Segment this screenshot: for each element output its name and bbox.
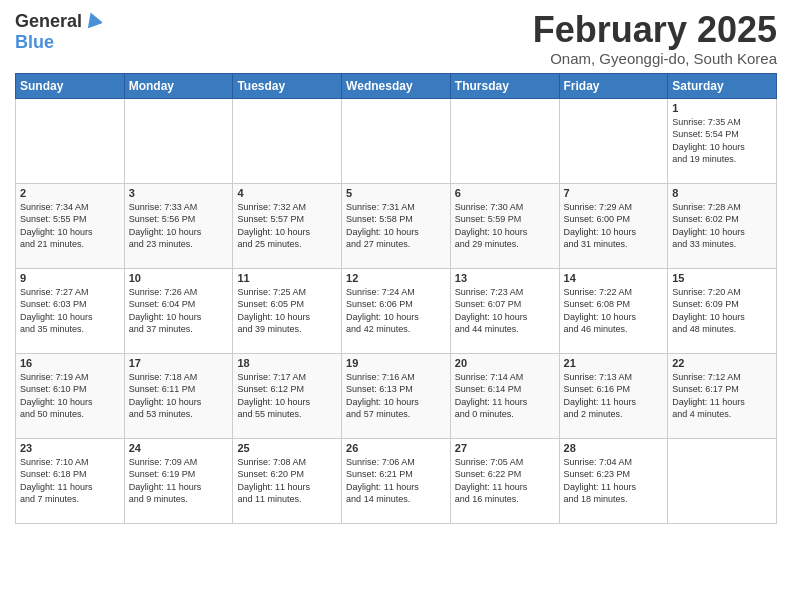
svg-marker-0 xyxy=(84,10,102,28)
logo-triangle-icon xyxy=(84,10,102,32)
day-info: Sunrise: 7:18 AM Sunset: 6:11 PM Dayligh… xyxy=(129,371,229,421)
day-number: 13 xyxy=(455,272,555,284)
weekday-header-row: SundayMondayTuesdayWednesdayThursdayFrid… xyxy=(16,73,777,98)
calendar-cell: 13Sunrise: 7:23 AM Sunset: 6:07 PM Dayli… xyxy=(450,268,559,353)
title-area: February 2025 Onam, Gyeonggi-do, South K… xyxy=(533,10,777,67)
week-row-2: 2Sunrise: 7:34 AM Sunset: 5:55 PM Daylig… xyxy=(16,183,777,268)
day-number: 11 xyxy=(237,272,337,284)
calendar-table: SundayMondayTuesdayWednesdayThursdayFrid… xyxy=(15,73,777,524)
weekday-header-monday: Monday xyxy=(124,73,233,98)
weekday-header-sunday: Sunday xyxy=(16,73,125,98)
day-number: 4 xyxy=(237,187,337,199)
weekday-header-thursday: Thursday xyxy=(450,73,559,98)
day-info: Sunrise: 7:29 AM Sunset: 6:00 PM Dayligh… xyxy=(564,201,664,251)
day-info: Sunrise: 7:27 AM Sunset: 6:03 PM Dayligh… xyxy=(20,286,120,336)
calendar-cell xyxy=(559,98,668,183)
calendar-cell: 25Sunrise: 7:08 AM Sunset: 6:20 PM Dayli… xyxy=(233,438,342,523)
calendar-cell: 6Sunrise: 7:30 AM Sunset: 5:59 PM Daylig… xyxy=(450,183,559,268)
day-number: 1 xyxy=(672,102,772,114)
calendar-cell: 12Sunrise: 7:24 AM Sunset: 6:06 PM Dayli… xyxy=(342,268,451,353)
calendar-cell: 18Sunrise: 7:17 AM Sunset: 6:12 PM Dayli… xyxy=(233,353,342,438)
calendar-cell: 8Sunrise: 7:28 AM Sunset: 6:02 PM Daylig… xyxy=(668,183,777,268)
month-title: February 2025 xyxy=(533,10,777,50)
day-number: 7 xyxy=(564,187,664,199)
calendar-cell xyxy=(124,98,233,183)
weekday-header-friday: Friday xyxy=(559,73,668,98)
day-info: Sunrise: 7:12 AM Sunset: 6:17 PM Dayligh… xyxy=(672,371,772,421)
day-number: 20 xyxy=(455,357,555,369)
day-number: 15 xyxy=(672,272,772,284)
day-number: 10 xyxy=(129,272,229,284)
day-number: 28 xyxy=(564,442,664,454)
calendar-cell: 17Sunrise: 7:18 AM Sunset: 6:11 PM Dayli… xyxy=(124,353,233,438)
calendar-cell: 7Sunrise: 7:29 AM Sunset: 6:00 PM Daylig… xyxy=(559,183,668,268)
day-info: Sunrise: 7:23 AM Sunset: 6:07 PM Dayligh… xyxy=(455,286,555,336)
weekday-header-tuesday: Tuesday xyxy=(233,73,342,98)
calendar-cell: 23Sunrise: 7:10 AM Sunset: 6:18 PM Dayli… xyxy=(16,438,125,523)
week-row-3: 9Sunrise: 7:27 AM Sunset: 6:03 PM Daylig… xyxy=(16,268,777,353)
calendar-cell: 22Sunrise: 7:12 AM Sunset: 6:17 PM Dayli… xyxy=(668,353,777,438)
day-number: 12 xyxy=(346,272,446,284)
day-info: Sunrise: 7:13 AM Sunset: 6:16 PM Dayligh… xyxy=(564,371,664,421)
day-number: 8 xyxy=(672,187,772,199)
calendar-body: 1Sunrise: 7:35 AM Sunset: 5:54 PM Daylig… xyxy=(16,98,777,523)
day-number: 17 xyxy=(129,357,229,369)
day-info: Sunrise: 7:17 AM Sunset: 6:12 PM Dayligh… xyxy=(237,371,337,421)
day-info: Sunrise: 7:20 AM Sunset: 6:09 PM Dayligh… xyxy=(672,286,772,336)
calendar-cell: 1Sunrise: 7:35 AM Sunset: 5:54 PM Daylig… xyxy=(668,98,777,183)
day-number: 26 xyxy=(346,442,446,454)
day-number: 9 xyxy=(20,272,120,284)
day-number: 2 xyxy=(20,187,120,199)
day-number: 3 xyxy=(129,187,229,199)
calendar-cell: 2Sunrise: 7:34 AM Sunset: 5:55 PM Daylig… xyxy=(16,183,125,268)
day-number: 22 xyxy=(672,357,772,369)
calendar-cell: 20Sunrise: 7:14 AM Sunset: 6:14 PM Dayli… xyxy=(450,353,559,438)
calendar-cell xyxy=(668,438,777,523)
calendar-cell: 27Sunrise: 7:05 AM Sunset: 6:22 PM Dayli… xyxy=(450,438,559,523)
calendar-cell: 14Sunrise: 7:22 AM Sunset: 6:08 PM Dayli… xyxy=(559,268,668,353)
calendar-cell: 3Sunrise: 7:33 AM Sunset: 5:56 PM Daylig… xyxy=(124,183,233,268)
calendar-cell: 4Sunrise: 7:32 AM Sunset: 5:57 PM Daylig… xyxy=(233,183,342,268)
day-number: 21 xyxy=(564,357,664,369)
day-number: 16 xyxy=(20,357,120,369)
day-info: Sunrise: 7:19 AM Sunset: 6:10 PM Dayligh… xyxy=(20,371,120,421)
day-number: 23 xyxy=(20,442,120,454)
calendar-cell xyxy=(342,98,451,183)
day-info: Sunrise: 7:05 AM Sunset: 6:22 PM Dayligh… xyxy=(455,456,555,506)
weekday-header-wednesday: Wednesday xyxy=(342,73,451,98)
week-row-1: 1Sunrise: 7:35 AM Sunset: 5:54 PM Daylig… xyxy=(16,98,777,183)
logo-blue-text: Blue xyxy=(15,32,54,52)
day-number: 27 xyxy=(455,442,555,454)
day-info: Sunrise: 7:24 AM Sunset: 6:06 PM Dayligh… xyxy=(346,286,446,336)
calendar-cell xyxy=(233,98,342,183)
calendar-cell: 15Sunrise: 7:20 AM Sunset: 6:09 PM Dayli… xyxy=(668,268,777,353)
day-number: 14 xyxy=(564,272,664,284)
calendar-cell: 9Sunrise: 7:27 AM Sunset: 6:03 PM Daylig… xyxy=(16,268,125,353)
calendar-cell: 5Sunrise: 7:31 AM Sunset: 5:58 PM Daylig… xyxy=(342,183,451,268)
day-info: Sunrise: 7:06 AM Sunset: 6:21 PM Dayligh… xyxy=(346,456,446,506)
day-info: Sunrise: 7:31 AM Sunset: 5:58 PM Dayligh… xyxy=(346,201,446,251)
calendar-cell: 26Sunrise: 7:06 AM Sunset: 6:21 PM Dayli… xyxy=(342,438,451,523)
calendar-cell: 16Sunrise: 7:19 AM Sunset: 6:10 PM Dayli… xyxy=(16,353,125,438)
weekday-header-saturday: Saturday xyxy=(668,73,777,98)
day-number: 6 xyxy=(455,187,555,199)
day-info: Sunrise: 7:22 AM Sunset: 6:08 PM Dayligh… xyxy=(564,286,664,336)
week-row-5: 23Sunrise: 7:10 AM Sunset: 6:18 PM Dayli… xyxy=(16,438,777,523)
calendar-cell: 21Sunrise: 7:13 AM Sunset: 6:16 PM Dayli… xyxy=(559,353,668,438)
logo: General Blue xyxy=(15,10,102,53)
day-info: Sunrise: 7:34 AM Sunset: 5:55 PM Dayligh… xyxy=(20,201,120,251)
calendar-cell: 19Sunrise: 7:16 AM Sunset: 6:13 PM Dayli… xyxy=(342,353,451,438)
day-number: 24 xyxy=(129,442,229,454)
calendar-cell xyxy=(450,98,559,183)
calendar-cell: 10Sunrise: 7:26 AM Sunset: 6:04 PM Dayli… xyxy=(124,268,233,353)
day-info: Sunrise: 7:28 AM Sunset: 6:02 PM Dayligh… xyxy=(672,201,772,251)
day-info: Sunrise: 7:10 AM Sunset: 6:18 PM Dayligh… xyxy=(20,456,120,506)
page-header: General Blue February 2025 Onam, Gyeongg… xyxy=(15,10,777,67)
day-info: Sunrise: 7:16 AM Sunset: 6:13 PM Dayligh… xyxy=(346,371,446,421)
day-number: 25 xyxy=(237,442,337,454)
day-number: 5 xyxy=(346,187,446,199)
calendar-cell: 28Sunrise: 7:04 AM Sunset: 6:23 PM Dayli… xyxy=(559,438,668,523)
day-info: Sunrise: 7:14 AM Sunset: 6:14 PM Dayligh… xyxy=(455,371,555,421)
calendar-cell: 11Sunrise: 7:25 AM Sunset: 6:05 PM Dayli… xyxy=(233,268,342,353)
logo-general-text: General xyxy=(15,11,82,32)
